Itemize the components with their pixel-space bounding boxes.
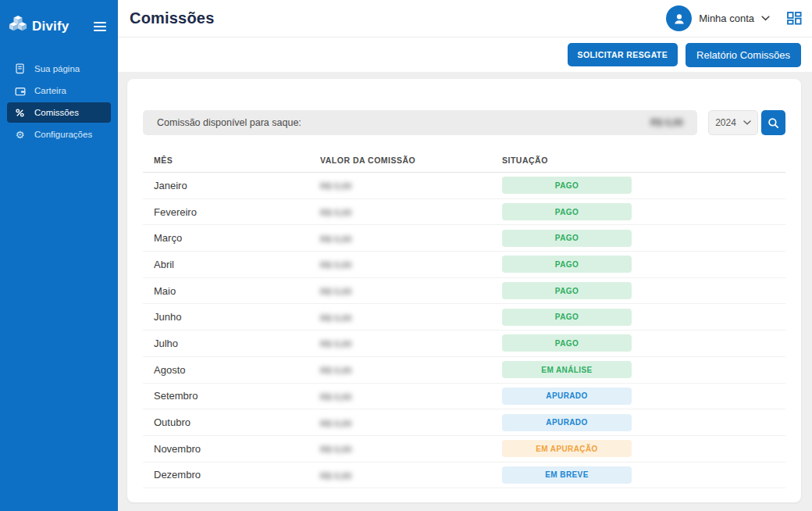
page-title: Comissões [130,9,215,27]
chevron-down-icon [743,120,751,125]
table-row: Setembro R$ 0,00 APURADO [143,384,785,410]
sidebar-nav: Sua página Carteira Comissões ⚙ [0,59,118,145]
value-cell: R$ 0,00 [320,389,502,403]
app-logo-text: Divify [32,19,69,34]
chevron-down-icon[interactable] [761,16,770,21]
sidebar-item-comissoes[interactable]: Comissões [7,102,111,123]
value-cell: R$ 0,00 [320,441,502,456]
status-badge: PAGO [502,230,632,247]
status-badge: PAGO [502,282,632,299]
status-cell: PAGO [502,177,785,194]
solicitar-resgate-button[interactable]: SOLICITAR RESGATE [568,43,678,66]
sidebar-header: Divify [0,0,118,38]
status-badge: PAGO [502,177,632,194]
status-cell: PAGO [502,309,785,326]
value-cell: R$ 0,00 [320,257,502,271]
available-commission-value: R$ 0,00 [650,117,683,128]
apps-grid-icon[interactable] [787,12,802,25]
app-logo: Divify [9,15,69,38]
search-button[interactable] [761,110,785,135]
value-cell: R$ 0,00 [320,416,502,430]
status-badge: APURADO [502,414,632,431]
sidebar: Divify Sua página Carteira [0,0,118,511]
sidebar-item-label: Comissões [34,108,79,117]
year-select-value: 2024 [715,117,736,128]
table-row: Fevereiro R$ 0,00 PAGO [143,199,785,226]
status-badge: EM APURAÇÃO [502,440,632,457]
year-select[interactable]: 2024 [708,110,758,135]
month-cell: Abril [154,259,320,270]
account-label[interactable]: Minha conta [699,13,754,24]
commission-value: R$ 0,00 [320,181,351,191]
value-cell: R$ 0,00 [320,336,502,350]
column-header-situacao: SITUAÇÃO [502,155,785,165]
status-badge: PAGO [502,256,632,273]
status-badge: APURADO [502,388,632,405]
table-body: Janeiro R$ 0,00 PAGO Fevereiro R$ 0,00 P… [143,173,785,488]
available-commission-label: Comissão disponível para saque: [157,117,301,128]
status-badge: PAGO [502,309,632,326]
commission-value: R$ 0,00 [320,208,351,217]
commission-value: R$ 0,00 [320,392,351,402]
table-row: Julho R$ 0,00 PAGO [143,331,785,357]
actions-row: SOLICITAR RESGATE Relatório Comissões [118,38,812,72]
value-cell: R$ 0,00 [320,363,502,377]
value-cell: R$ 0,00 [320,231,502,245]
column-header-mes: MÊS [154,155,320,165]
month-cell: Novembro [154,443,320,455]
divify-logo-icon [9,15,27,38]
account-menu: Minha conta [666,5,802,31]
commission-value: R$ 0,00 [320,260,351,270]
table-row: Junho R$ 0,00 PAGO [143,304,785,331]
menu-toggle-icon[interactable] [92,20,108,33]
sidebar-item-carteira[interactable]: Carteira [7,80,111,101]
month-cell: Dezembro [154,469,320,481]
status-badge: EM ANÁLISE [502,361,632,378]
month-cell: Março [154,232,320,244]
status-badge: PAGO [502,203,632,220]
commission-value: R$ 0,00 [320,445,351,454]
relatorio-comissoes-button[interactable]: Relatório Comissões [686,43,801,67]
value-cell: R$ 0,00 [320,284,502,298]
commissions-table: MÊS VALOR DA COMISSÃO SITUAÇÃO Janeiro R… [143,155,785,488]
table-row: Abril R$ 0,00 PAGO [143,252,785,278]
topbar: Comissões Minha conta [118,0,812,38]
sidebar-item-label: Configurações [34,130,92,139]
status-cell: PAGO [502,203,785,220]
month-cell: Setembro [154,390,320,402]
commission-value: R$ 0,00 [320,366,351,375]
table-row: Maio R$ 0,00 PAGO [143,278,785,305]
avatar[interactable] [666,5,692,31]
status-badge: PAGO [502,334,632,352]
month-cell: Janeiro [154,180,320,191]
gear-icon: ⚙ [14,130,26,140]
content: Comissão disponível para saque: R$ 0,00 … [118,72,812,511]
commission-value: R$ 0,00 [320,287,351,296]
month-cell: Outubro [154,416,320,428]
table-row: Março R$ 0,00 PAGO [143,225,785,252]
status-cell: PAGO [502,256,785,273]
sidebar-item-configuracoes[interactable]: ⚙ Configurações [7,124,111,145]
status-cell: EM ANÁLISE [502,361,785,378]
value-cell: R$ 0,00 [320,205,502,219]
month-cell: Maio [154,285,320,297]
commission-value: R$ 0,00 [320,419,351,428]
column-header-valor: VALOR DA COMISSÃO [320,155,502,165]
sidebar-item-label: Carteira [34,86,66,95]
status-cell: PAGO [502,282,785,299]
month-cell: Agosto [154,364,320,376]
table-row: Janeiro R$ 0,00 PAGO [143,173,785,199]
month-cell: Julho [154,338,320,349]
sidebar-item-sua-pagina[interactable]: Sua página [7,59,111,79]
commission-value: R$ 0,00 [320,339,351,348]
table-header: MÊS VALOR DA COMISSÃO SITUAÇÃO [143,155,785,173]
main-area: Comissões Minha conta [118,0,812,511]
table-row: Dezembro R$ 0,00 EM BREVE [143,463,785,489]
page-icon [14,63,26,74]
value-cell: R$ 0,00 [320,310,502,324]
commission-value: R$ 0,00 [320,471,351,481]
wallet-icon [14,86,26,96]
commission-value: R$ 0,00 [320,313,351,323]
value-cell: R$ 0,00 [320,178,502,192]
table-row: Agosto R$ 0,00 EM ANÁLISE [143,357,785,384]
